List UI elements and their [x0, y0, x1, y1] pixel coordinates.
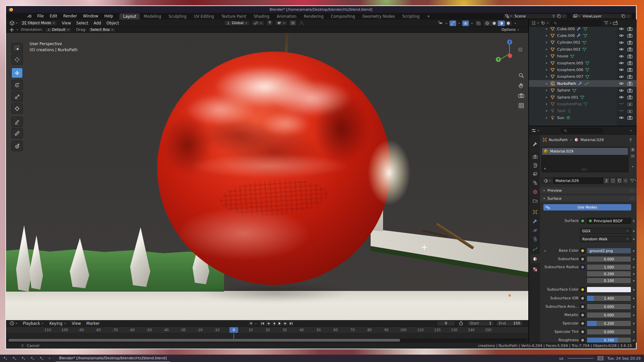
tab-sculpting[interactable]: Sculpting	[165, 13, 190, 19]
preview-range-stopwatch-icon[interactable]	[459, 321, 464, 326]
vector-value-field[interactable]: 0.200	[587, 271, 631, 277]
object-visibility-icon[interactable]	[438, 21, 443, 26]
gizmo-neg-y-axis[interactable]	[518, 48, 522, 52]
add-workspace-tab[interactable]: +	[423, 13, 434, 19]
material-name-field[interactable]: Material.029	[553, 177, 603, 184]
tab-geometry-nodes[interactable]: Geometry Nodes	[359, 13, 399, 19]
visibility-eye-icon[interactable]	[619, 116, 624, 120]
socket-grey[interactable]	[580, 304, 585, 309]
timeline-playhead[interactable]: 0	[229, 327, 238, 333]
properties-tab-output[interactable]	[530, 161, 540, 170]
outliner-item-icosphere-007[interactable]: Icosphere.007	[529, 73, 637, 80]
gizmo-z-axis[interactable]: Z	[507, 40, 512, 45]
render-visibility-camera-icon[interactable]	[627, 41, 633, 45]
dropdown-field[interactable]: GGX	[580, 228, 631, 234]
next-keyframe-button[interactable]	[282, 321, 288, 326]
proportional-falloff-dropdown[interactable]	[298, 20, 305, 26]
drag-dropdown[interactable]: Select Box	[88, 27, 116, 32]
shading-wireframe[interactable]	[484, 20, 491, 26]
visibility-eye-icon[interactable]	[619, 41, 624, 45]
outliner-item-cylinder-002[interactable]: Cylinder.002	[529, 39, 637, 46]
tab-texture-paint[interactable]: Texture Paint	[218, 13, 250, 19]
tab-scripting[interactable]: Scripting	[399, 13, 423, 19]
new-view-layer-icon[interactable]	[621, 14, 626, 18]
expand-arrow-icon[interactable]	[545, 82, 548, 85]
menu-render[interactable]: Render	[60, 13, 80, 19]
render-visibility-camera-icon[interactable]	[627, 61, 633, 65]
vector-value-field[interactable]: 1.000	[587, 264, 631, 270]
expand-arrow-icon[interactable]	[545, 109, 548, 112]
viewport-ortho-grid-icon[interactable]	[518, 103, 524, 109]
orientation-setting-dropdown[interactable]: Default	[45, 27, 71, 32]
visibility-eye-icon[interactable]	[619, 34, 624, 38]
menu-file[interactable]: File	[34, 13, 47, 19]
value-slider[interactable]: 0.000	[587, 256, 631, 262]
gizmos-toggle[interactable]	[449, 20, 456, 26]
gizmo-y-axis[interactable]: Y	[496, 57, 501, 62]
render-visibility-camera-icon[interactable]	[627, 27, 633, 31]
render-visibility-camera-icon[interactable]	[627, 109, 633, 113]
visibility-eye-icon[interactable]	[619, 95, 624, 99]
slot-specials-dropdown-icon[interactable]	[631, 165, 634, 168]
expand-arrow-icon[interactable]	[545, 48, 548, 51]
proportional-editing-toggle[interactable]	[289, 20, 296, 26]
jump-to-start-button[interactable]	[260, 321, 265, 326]
tool-annotate[interactable]	[11, 117, 23, 127]
value-slider[interactable]: 0.000	[587, 304, 631, 310]
scene-selector[interactable]: Scene	[503, 13, 568, 19]
outliner-item-icospherefog[interactable]: IcosphereFog	[529, 101, 637, 107]
taskbar-overflow-icon[interactable]	[48, 357, 51, 360]
outliner-item-icosphere-005[interactable]: Icosphere.005	[529, 60, 637, 66]
outliner-search-input[interactable]	[551, 20, 602, 25]
snap-toggle[interactable]	[266, 20, 273, 26]
value-slider[interactable]: 0.200	[587, 320, 631, 326]
visibility-eye-icon[interactable]	[619, 88, 624, 93]
expand-arrow-icon[interactable]	[545, 116, 548, 119]
outliner-display-mode-icon[interactable]	[541, 21, 546, 25]
keyframe-dot[interactable]	[633, 314, 635, 316]
shader-ref-field[interactable]: Principled BSDF	[587, 218, 631, 224]
socket-grey[interactable]	[580, 321, 585, 326]
taskbar-window-button[interactable]: Blender* [/home/amalie/Desktop/blender/r…	[56, 355, 170, 362]
properties-tab-object[interactable]	[530, 207, 540, 216]
jump-to-end-button[interactable]	[288, 321, 294, 326]
properties-tab-scene[interactable]	[530, 178, 540, 187]
socket-blue[interactable]	[580, 264, 585, 270]
value-slider[interactable]: 0.000	[587, 329, 631, 335]
tab-rendering[interactable]: Rendering	[300, 13, 327, 19]
preview-section-header[interactable]: Preview	[540, 187, 637, 194]
editor-type-properties[interactable]	[531, 128, 536, 133]
outliner-item-spot[interactable]: Spot	[529, 108, 637, 114]
viewport-zoom-icon[interactable]	[518, 72, 524, 78]
keyframe-dot[interactable]	[633, 340, 635, 341]
timeline-tracks[interactable]	[6, 334, 528, 338]
keyframe-dot[interactable]	[633, 258, 635, 260]
vector-value-field[interactable]: 0.100	[587, 278, 631, 284]
taskbar-icon-4[interactable]	[31, 356, 35, 361]
socket-grey[interactable]	[580, 312, 585, 318]
outliner-item-nurbspath[interactable]: NurbsPath	[529, 80, 637, 87]
viewport-menu-add[interactable]: Add	[91, 20, 104, 26]
taskbar-icon-1[interactable]	[3, 356, 8, 361]
tool-cursor[interactable]	[11, 54, 23, 65]
breadcrumb-object[interactable]: NurbsPath	[549, 138, 568, 142]
keyframe-dot[interactable]	[633, 323, 635, 324]
title-bar[interactable]: Blender* [/home/amalie/Desktop/blender/r…	[6, 6, 636, 13]
tab-animation[interactable]: Animation	[273, 13, 300, 19]
outliner-item-cylinder-003[interactable]: Cylinder.003	[529, 46, 637, 53]
add-material-slot-button[interactable]	[630, 147, 636, 153]
keyframe-dot[interactable]	[633, 266, 635, 268]
expand-arrow-icon[interactable]	[545, 41, 548, 44]
active-tool-icon[interactable]	[9, 27, 14, 32]
use-nodes-button[interactable]: Use Nodes	[543, 204, 631, 210]
socket-grey[interactable]	[580, 296, 585, 301]
expand-arrow-icon[interactable]	[545, 62, 548, 65]
viewport-menu-select[interactable]: Select	[74, 20, 91, 26]
material-link-icon[interactable]	[630, 178, 635, 183]
pivot-point-dropdown[interactable]	[252, 20, 264, 26]
tray-indicator-icon[interactable]	[598, 356, 603, 360]
gizmo-x-axis[interactable]	[508, 54, 512, 58]
timeline-ruler[interactable]: -110-100-90-80-70-60-50-40-30-20-1001020…	[6, 327, 528, 334]
outliner-item-house[interactable]: house	[529, 53, 637, 60]
keyframe-dot[interactable]	[633, 280, 635, 282]
